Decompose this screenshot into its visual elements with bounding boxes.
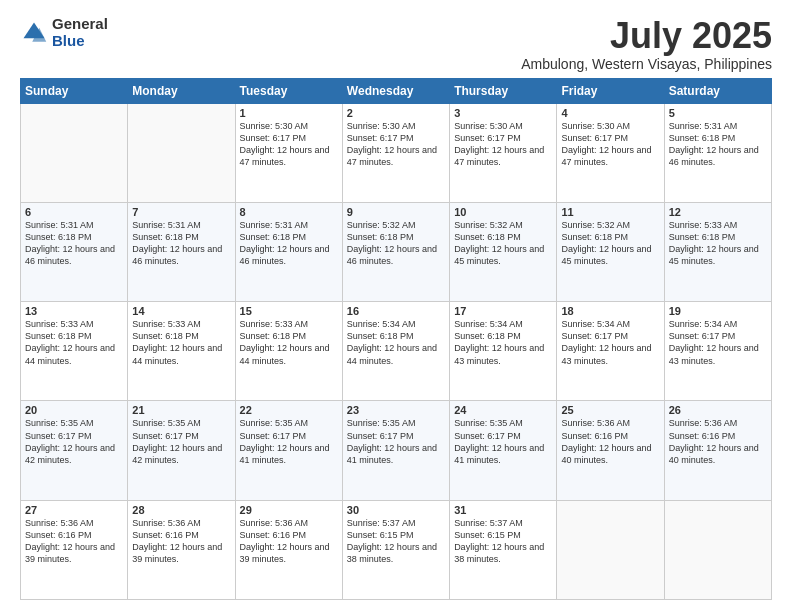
calendar-week-row: 1Sunrise: 5:30 AM Sunset: 6:17 PM Daylig… — [21, 103, 772, 202]
logo-general-text: General — [52, 16, 108, 33]
day-number: 14 — [132, 305, 230, 317]
day-number: 3 — [454, 107, 552, 119]
calendar-table: Sunday Monday Tuesday Wednesday Thursday… — [20, 78, 772, 600]
day-number: 18 — [561, 305, 659, 317]
day-number: 2 — [347, 107, 445, 119]
table-row — [21, 103, 128, 202]
logo-icon — [20, 19, 48, 47]
day-info: Sunrise: 5:37 AM Sunset: 6:15 PM Dayligh… — [347, 517, 445, 566]
day-number: 9 — [347, 206, 445, 218]
table-row: 18Sunrise: 5:34 AM Sunset: 6:17 PM Dayli… — [557, 302, 664, 401]
day-number: 24 — [454, 404, 552, 416]
table-row: 12Sunrise: 5:33 AM Sunset: 6:18 PM Dayli… — [664, 202, 771, 301]
day-number: 1 — [240, 107, 338, 119]
day-number: 20 — [25, 404, 123, 416]
day-number: 13 — [25, 305, 123, 317]
day-info: Sunrise: 5:31 AM Sunset: 6:18 PM Dayligh… — [25, 219, 123, 268]
day-info: Sunrise: 5:33 AM Sunset: 6:18 PM Dayligh… — [669, 219, 767, 268]
table-row: 2Sunrise: 5:30 AM Sunset: 6:17 PM Daylig… — [342, 103, 449, 202]
table-row: 15Sunrise: 5:33 AM Sunset: 6:18 PM Dayli… — [235, 302, 342, 401]
table-row: 28Sunrise: 5:36 AM Sunset: 6:16 PM Dayli… — [128, 500, 235, 599]
day-info: Sunrise: 5:31 AM Sunset: 6:18 PM Dayligh… — [132, 219, 230, 268]
table-row: 20Sunrise: 5:35 AM Sunset: 6:17 PM Dayli… — [21, 401, 128, 500]
table-row: 11Sunrise: 5:32 AM Sunset: 6:18 PM Dayli… — [557, 202, 664, 301]
calendar-week-row: 6Sunrise: 5:31 AM Sunset: 6:18 PM Daylig… — [21, 202, 772, 301]
logo: General Blue — [20, 16, 108, 49]
title-block: July 2025 Ambulong, Western Visayas, Phi… — [521, 16, 772, 72]
header-wednesday: Wednesday — [342, 78, 449, 103]
day-info: Sunrise: 5:34 AM Sunset: 6:18 PM Dayligh… — [454, 318, 552, 367]
day-info: Sunrise: 5:36 AM Sunset: 6:16 PM Dayligh… — [561, 417, 659, 466]
day-info: Sunrise: 5:30 AM Sunset: 6:17 PM Dayligh… — [347, 120, 445, 169]
logo-text: General Blue — [52, 16, 108, 49]
header-friday: Friday — [557, 78, 664, 103]
day-number: 17 — [454, 305, 552, 317]
day-number: 16 — [347, 305, 445, 317]
day-number: 23 — [347, 404, 445, 416]
day-info: Sunrise: 5:37 AM Sunset: 6:15 PM Dayligh… — [454, 517, 552, 566]
table-row: 13Sunrise: 5:33 AM Sunset: 6:18 PM Dayli… — [21, 302, 128, 401]
day-info: Sunrise: 5:32 AM Sunset: 6:18 PM Dayligh… — [347, 219, 445, 268]
day-info: Sunrise: 5:34 AM Sunset: 6:18 PM Dayligh… — [347, 318, 445, 367]
day-number: 8 — [240, 206, 338, 218]
header: General Blue July 2025 Ambulong, Western… — [20, 16, 772, 72]
table-row: 7Sunrise: 5:31 AM Sunset: 6:18 PM Daylig… — [128, 202, 235, 301]
day-info: Sunrise: 5:31 AM Sunset: 6:18 PM Dayligh… — [240, 219, 338, 268]
day-info: Sunrise: 5:36 AM Sunset: 6:16 PM Dayligh… — [240, 517, 338, 566]
day-info: Sunrise: 5:33 AM Sunset: 6:18 PM Dayligh… — [25, 318, 123, 367]
day-info: Sunrise: 5:34 AM Sunset: 6:17 PM Dayligh… — [561, 318, 659, 367]
table-row — [128, 103, 235, 202]
day-number: 15 — [240, 305, 338, 317]
table-row: 8Sunrise: 5:31 AM Sunset: 6:18 PM Daylig… — [235, 202, 342, 301]
day-number: 11 — [561, 206, 659, 218]
day-info: Sunrise: 5:33 AM Sunset: 6:18 PM Dayligh… — [240, 318, 338, 367]
day-number: 21 — [132, 404, 230, 416]
table-row: 10Sunrise: 5:32 AM Sunset: 6:18 PM Dayli… — [450, 202, 557, 301]
main-title: July 2025 — [521, 16, 772, 56]
table-row: 23Sunrise: 5:35 AM Sunset: 6:17 PM Dayli… — [342, 401, 449, 500]
table-row: 1Sunrise: 5:30 AM Sunset: 6:17 PM Daylig… — [235, 103, 342, 202]
day-info: Sunrise: 5:33 AM Sunset: 6:18 PM Dayligh… — [132, 318, 230, 367]
day-number: 12 — [669, 206, 767, 218]
day-info: Sunrise: 5:35 AM Sunset: 6:17 PM Dayligh… — [454, 417, 552, 466]
table-row — [664, 500, 771, 599]
day-info: Sunrise: 5:32 AM Sunset: 6:18 PM Dayligh… — [561, 219, 659, 268]
day-number: 31 — [454, 504, 552, 516]
table-row: 27Sunrise: 5:36 AM Sunset: 6:16 PM Dayli… — [21, 500, 128, 599]
day-info: Sunrise: 5:30 AM Sunset: 6:17 PM Dayligh… — [561, 120, 659, 169]
table-row: 22Sunrise: 5:35 AM Sunset: 6:17 PM Dayli… — [235, 401, 342, 500]
table-row: 19Sunrise: 5:34 AM Sunset: 6:17 PM Dayli… — [664, 302, 771, 401]
day-number: 29 — [240, 504, 338, 516]
subtitle: Ambulong, Western Visayas, Philippines — [521, 56, 772, 72]
day-info: Sunrise: 5:35 AM Sunset: 6:17 PM Dayligh… — [240, 417, 338, 466]
day-number: 25 — [561, 404, 659, 416]
day-info: Sunrise: 5:32 AM Sunset: 6:18 PM Dayligh… — [454, 219, 552, 268]
table-row: 4Sunrise: 5:30 AM Sunset: 6:17 PM Daylig… — [557, 103, 664, 202]
day-number: 5 — [669, 107, 767, 119]
header-monday: Monday — [128, 78, 235, 103]
day-info: Sunrise: 5:31 AM Sunset: 6:18 PM Dayligh… — [669, 120, 767, 169]
page: General Blue July 2025 Ambulong, Western… — [0, 0, 792, 612]
table-row: 21Sunrise: 5:35 AM Sunset: 6:17 PM Dayli… — [128, 401, 235, 500]
day-info: Sunrise: 5:34 AM Sunset: 6:17 PM Dayligh… — [669, 318, 767, 367]
table-row: 9Sunrise: 5:32 AM Sunset: 6:18 PM Daylig… — [342, 202, 449, 301]
table-row: 26Sunrise: 5:36 AM Sunset: 6:16 PM Dayli… — [664, 401, 771, 500]
table-row: 30Sunrise: 5:37 AM Sunset: 6:15 PM Dayli… — [342, 500, 449, 599]
day-info: Sunrise: 5:30 AM Sunset: 6:17 PM Dayligh… — [454, 120, 552, 169]
header-tuesday: Tuesday — [235, 78, 342, 103]
table-row: 6Sunrise: 5:31 AM Sunset: 6:18 PM Daylig… — [21, 202, 128, 301]
day-info: Sunrise: 5:30 AM Sunset: 6:17 PM Dayligh… — [240, 120, 338, 169]
table-row: 3Sunrise: 5:30 AM Sunset: 6:17 PM Daylig… — [450, 103, 557, 202]
table-row: 31Sunrise: 5:37 AM Sunset: 6:15 PM Dayli… — [450, 500, 557, 599]
day-number: 6 — [25, 206, 123, 218]
table-row: 25Sunrise: 5:36 AM Sunset: 6:16 PM Dayli… — [557, 401, 664, 500]
day-number: 28 — [132, 504, 230, 516]
day-info: Sunrise: 5:36 AM Sunset: 6:16 PM Dayligh… — [25, 517, 123, 566]
header-thursday: Thursday — [450, 78, 557, 103]
day-info: Sunrise: 5:35 AM Sunset: 6:17 PM Dayligh… — [347, 417, 445, 466]
logo-blue-text: Blue — [52, 33, 108, 50]
table-row: 5Sunrise: 5:31 AM Sunset: 6:18 PM Daylig… — [664, 103, 771, 202]
header-sunday: Sunday — [21, 78, 128, 103]
day-info: Sunrise: 5:35 AM Sunset: 6:17 PM Dayligh… — [132, 417, 230, 466]
day-number: 22 — [240, 404, 338, 416]
